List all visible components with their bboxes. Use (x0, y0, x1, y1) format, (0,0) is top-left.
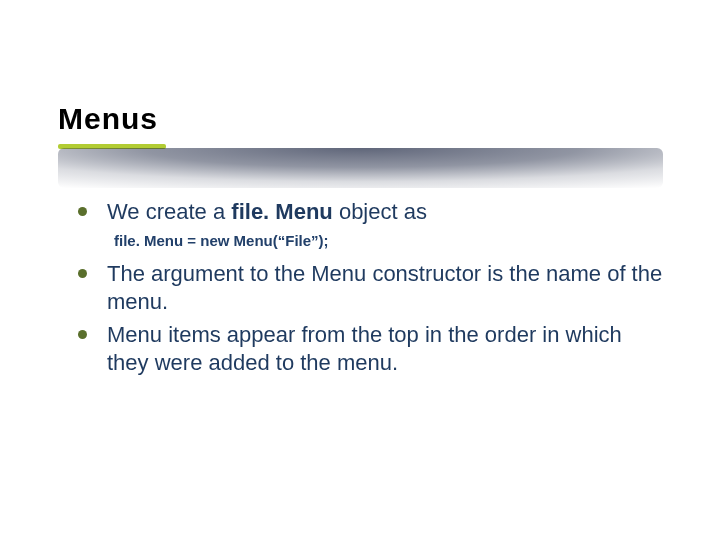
text-fragment: object as (333, 199, 427, 224)
list-item-text: The argument to the Menu constructor is … (107, 260, 668, 315)
list-item: Menu items appear from the top in the or… (78, 321, 668, 376)
bullet-icon (78, 207, 87, 216)
content-area: We create a file. Menu object as file. M… (78, 198, 668, 382)
bullet-icon (78, 269, 87, 278)
title-shadow (58, 148, 663, 188)
accent-underline (58, 144, 166, 149)
code-line: file. Menu = new Menu(“File”); (114, 232, 668, 251)
list-item: The argument to the Menu constructor is … (78, 260, 668, 315)
slide: Menus We create a file. Menu object as f… (0, 0, 720, 540)
list-item: We create a file. Menu object as (78, 198, 668, 226)
slide-title: Menus (58, 102, 158, 136)
list-item-text: Menu items appear from the top in the or… (107, 321, 668, 376)
text-bold: file. Menu (231, 199, 332, 224)
text-fragment: We create a (107, 199, 231, 224)
bullet-icon (78, 330, 87, 339)
list-item-text: We create a file. Menu object as (107, 198, 668, 226)
